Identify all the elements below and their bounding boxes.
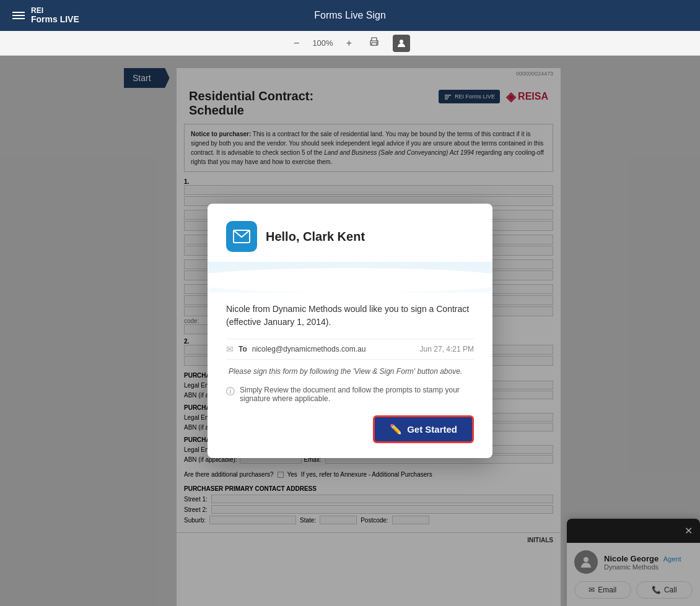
get-started-button[interactable]: ✏️ Get Started: [373, 415, 474, 443]
svg-rect-1: [372, 38, 377, 41]
modal-overlay: Hello, Clark Kent Nicole from Dynamic Me…: [0, 56, 700, 606]
toolbar: − 100% +: [0, 31, 700, 56]
svg-rect-2: [372, 43, 377, 45]
logo: REI Forms LIVE: [12, 7, 79, 24]
avatar-button[interactable]: [393, 35, 410, 52]
zoom-level: 100%: [312, 38, 333, 48]
zoom-out-button[interactable]: −: [290, 35, 303, 51]
modal-body-text: Nicole from Dynamic Methods would like y…: [226, 303, 474, 329]
svg-point-3: [377, 41, 378, 43]
modal-info-row: ⓘ Simply Review the document and follow …: [226, 386, 474, 403]
modal-greeting: Hello, Clark Kent: [266, 230, 365, 244]
to-time: Jun 27, 4:21 PM: [420, 345, 474, 353]
modal-wave-decoration: [208, 262, 492, 293]
modal: Hello, Clark Kent Nicole from Dynamic Me…: [208, 204, 492, 458]
to-email: nicoleg@dynamicmethods.com.au: [252, 345, 366, 353]
header: REI Forms LIVE Forms Live Sign: [0, 0, 700, 31]
modal-sign-note: Please sign this form by following the '…: [226, 367, 474, 376]
logo-text: REI Forms LIVE: [31, 7, 79, 24]
user-icon: [396, 38, 406, 48]
info-icon: ⓘ: [226, 386, 235, 397]
print-button[interactable]: [365, 34, 383, 53]
forms-live-label: Forms LIVE: [31, 14, 79, 24]
hamburger-icon: [12, 12, 25, 19]
print-icon: [369, 37, 380, 48]
zoom-in-button[interactable]: +: [343, 35, 356, 51]
modal-to-row: ✉ To nicoleg@dynamicmethods.com.au Jun 2…: [226, 339, 474, 360]
svg-point-4: [400, 40, 403, 43]
rei-label: REI: [31, 7, 79, 14]
to-envelope-icon: ✉: [226, 344, 234, 354]
modal-footer: ✏️ Get Started: [226, 415, 474, 443]
main-area: Start 000000024473 Residential Contract:…: [0, 56, 700, 606]
pencil-icon: ✏️: [390, 423, 402, 435]
to-label: To: [238, 345, 247, 353]
forms-live-sign-title: Forms Live Sign: [314, 10, 386, 21]
modal-header: Hello, Clark Kent: [226, 221, 474, 252]
modal-info-text: Simply Review the document and follow th…: [240, 386, 474, 403]
envelope-icon: [226, 221, 257, 252]
